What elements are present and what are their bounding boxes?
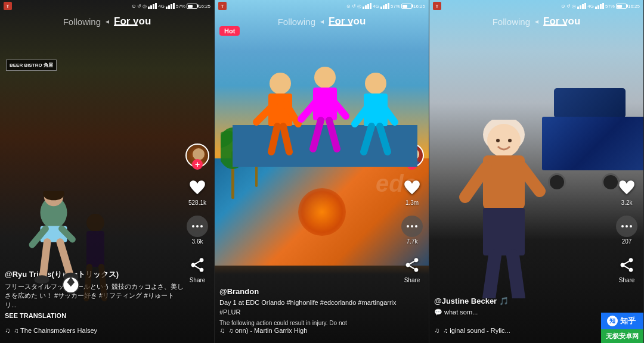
- status-time-3: 16:25: [628, 4, 640, 9]
- performers-svg: [233, 36, 417, 167]
- share-icon-1[interactable]: [187, 254, 208, 276]
- music-bar-1: ♫ ♫ The Chainsmokers Halsey: [5, 326, 209, 335]
- music-note-2: ♫: [219, 326, 225, 335]
- avatar-1[interactable]: +: [185, 144, 209, 167]
- svg-point-15: [193, 148, 205, 160]
- zhihu-badge: 知 知乎: [601, 313, 643, 329]
- music-bar-2: ♫ ♫ onn) - Martin Garrix High: [219, 326, 424, 335]
- dot-4: [407, 225, 409, 227]
- share-button-2[interactable]: Share: [401, 254, 423, 283]
- share-icon-2[interactable]: [401, 254, 423, 276]
- heart-icon-2[interactable]: [401, 177, 423, 198]
- svg-point-25: [270, 73, 291, 94]
- battery-fill-3: [617, 5, 622, 8]
- status-time-2: 16:25: [413, 4, 425, 9]
- follow-plus-1[interactable]: +: [192, 159, 203, 170]
- nav-bar-1: Following ◂ For you: [0, 12, 214, 31]
- share-button-1[interactable]: Share: [187, 254, 208, 283]
- status-network-3: 4G: [587, 4, 594, 9]
- nav-underline-2: [329, 24, 352, 26]
- signal-bars-1: [148, 3, 157, 9]
- svg-point-46: [487, 124, 521, 157]
- status-bar-1: T ⊙ ↺ ◎ 4G 57%: [0, 0, 214, 12]
- signal-bar-4: [155, 3, 157, 9]
- music-text-2: ♫ onn) - Martin Garrix High: [228, 327, 307, 334]
- avatar-container-1[interactable]: +: [185, 144, 209, 167]
- share-svg-2: [404, 257, 420, 273]
- signal-bars-2b: [380, 3, 389, 9]
- status-battery-3: 57%: [605, 4, 615, 9]
- comment-button-2[interactable]: 7.7k: [401, 216, 423, 245]
- bottom-info-3: @Justine Becker 🎵 💬 what som...: [434, 297, 614, 319]
- nav-underline-3: [543, 24, 567, 26]
- nav-following-3[interactable]: Following: [493, 17, 530, 27]
- status-battery-1: 57%: [176, 4, 185, 9]
- like-button-1[interactable]: 528.1k: [187, 177, 208, 206]
- music-text-1: ♫ The Chainsmokers Halsey: [14, 327, 97, 334]
- nav-bar-2: Following ◂ For you: [215, 12, 429, 31]
- share-svg-3: [618, 257, 635, 273]
- wheel-2: [602, 173, 620, 191]
- watermark-container: 知 知乎 无极安卓网: [601, 313, 643, 343]
- dot-7: [621, 225, 624, 227]
- dot-2: [196, 225, 199, 227]
- share-button-3[interactable]: Share: [616, 254, 637, 283]
- panel-2: edc: [215, 0, 429, 343]
- comment-button-1[interactable]: 3.6k: [187, 216, 208, 245]
- battery-fill-2: [402, 5, 407, 8]
- nav-foryou-container-2: For you: [329, 15, 366, 27]
- description-3: 💬 what som...: [434, 308, 614, 317]
- battery-icon-3: [616, 4, 627, 9]
- svg-rect-24: [233, 125, 417, 167]
- zhihu-icon: 知: [607, 316, 618, 326]
- comment-button-3[interactable]: 207: [616, 216, 637, 245]
- nav-foryou-container-3: For you: [543, 15, 580, 27]
- svg-point-11: [86, 214, 104, 232]
- nav-foryou-container-1: For you: [114, 15, 151, 27]
- signal-bars-2: [363, 3, 371, 9]
- svg-point-6: [35, 275, 49, 283]
- signal-bar-1: [148, 7, 150, 9]
- nav-following-2[interactable]: Following: [278, 17, 315, 27]
- signal-bar-2: [150, 5, 152, 9]
- battery-fill-1: [188, 5, 193, 8]
- svg-line-52: [513, 255, 519, 298]
- dot-3: [200, 225, 203, 227]
- like-count-3: 3.2k: [621, 199, 633, 206]
- status-bar-2: T ⊙ ↺ ◎ 4G 57%: [215, 0, 429, 12]
- dot-8: [626, 225, 628, 227]
- username-2[interactable]: @Brandon: [219, 287, 399, 296]
- share-icon-3[interactable]: [616, 254, 637, 276]
- like-count-1: 528.1k: [188, 199, 206, 206]
- status-battery-2: 57%: [391, 4, 400, 9]
- hot-badge: Hot: [219, 26, 240, 36]
- heart-icon-1[interactable]: [187, 177, 208, 198]
- signal-bars-3: [577, 3, 586, 9]
- comment-dots-1[interactable]: [187, 216, 208, 237]
- svg-point-31: [314, 67, 336, 88]
- svg-line-14: [101, 267, 104, 298]
- like-button-2[interactable]: 1.3m: [401, 177, 423, 206]
- wuji-badge: 无极安卓网: [601, 329, 643, 343]
- nav-bar-3: Following ◂ For you: [429, 12, 643, 31]
- status-avatar-1: T: [4, 2, 12, 10]
- dot-1: [192, 225, 194, 227]
- music-text-3: ♫ iginal sound - Rylic...: [443, 327, 510, 334]
- bottom-info-2: @Brandon Day 1 at EDC Orlando #highonlif…: [219, 287, 399, 319]
- warning-container-2: The following action could result in inj…: [219, 320, 399, 326]
- status-left-1: T: [4, 2, 12, 10]
- comment-count-3: 207: [622, 238, 632, 245]
- status-right-2: ⊙ ↺ ◎ 4G 57%: [346, 3, 425, 9]
- status-avatar-2: T: [218, 2, 227, 10]
- svg-rect-12: [86, 231, 104, 267]
- status-time-1: 16:25: [199, 4, 210, 9]
- comment-dots-3[interactable]: [616, 216, 637, 237]
- status-right-3: ⊙ ↺ ◎ 4G 57%: [561, 3, 640, 9]
- comment-dots-2[interactable]: [401, 216, 423, 237]
- battery-tip-1: [197, 5, 199, 8]
- see-translation-1[interactable]: SEE TRANSLATION: [5, 312, 184, 319]
- nav-following-1[interactable]: Following: [63, 17, 101, 27]
- svg-line-51: [489, 255, 495, 298]
- dot-5: [411, 225, 413, 227]
- girl-figure-p3: [438, 120, 569, 298]
